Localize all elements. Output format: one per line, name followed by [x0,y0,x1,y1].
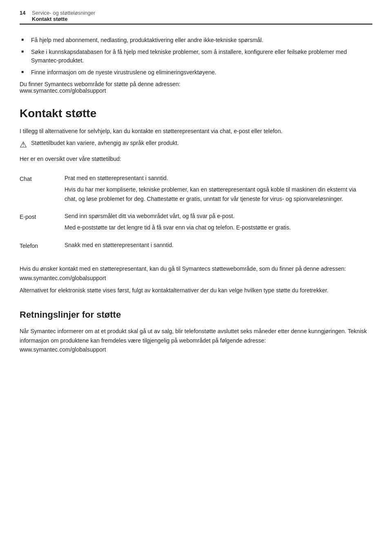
page-number: 14 [20,10,32,16]
chat-desc: Prat med en støtterepresentant i sanntid… [65,171,372,209]
note-text: Støttetilbudet kan variere, avhengig av … [31,139,179,147]
contact-url: www.symantec.com/globalsupport [20,275,106,281]
epost-desc2: Med e-poststøtte tar det lengre tid å få… [65,223,368,232]
header-titles: Service- og støtteløsninger Kontakt støt… [32,10,95,22]
bullet-item-3: Finne informasjon om de nyeste virustrus… [20,68,372,77]
table-row-chat: Chat Prat med en støtterepresentant i sa… [20,171,372,209]
guidelines-paragraph1: Når Symantec informerer om at et produkt… [20,327,372,354]
epost-desc: Send inn spørsmålet ditt via webområdet … [65,209,372,238]
contact-text-label: Hvis du ønsker kontakt med en støtterepr… [20,265,346,272]
overview-label: Her er en oversikt over våre støttetilbu… [20,154,372,163]
contact-paragraph1: Hvis du ønsker kontakt med en støtterepr… [20,264,372,283]
contact-paragraph2: Alternativet for elektronisk støtte vise… [20,286,372,295]
warning-icon: ⚠ [20,139,27,150]
bullet-item-1: Få hjelp med abonnement, nedlasting, pro… [20,36,372,45]
table-row-epost: E-post Send inn spørsmålet ditt via webo… [20,209,372,238]
telefon-label: Telefon [20,238,65,256]
website-label: Du finner Symantecs webområde for støtte… [20,81,180,87]
intro-bullet-list: Få hjelp med abonnement, nedlasting, pro… [20,36,372,77]
kontakt-intro: I tillegg til alternativene for selvhjel… [20,127,372,136]
bullet-item-2: Søke i kunnskapsdatabasen for å få hjelp… [20,48,372,65]
guidelines-section: Retningslinjer for støtte Når Symantec i… [20,310,372,354]
header-section: Kontakt støtte [32,16,95,22]
table-row-telefon: Telefon Snakk med en støtterepresentant … [20,238,372,256]
telefon-desc: Snakk med en støtterepresentant i sannti… [65,238,372,256]
website-text: Du finner Symantecs webområde for støtte… [20,81,372,94]
support-table: Chat Prat med en støtterepresentant i sa… [20,171,372,256]
epost-desc1: Send inn spørsmålet ditt via webområdet … [65,212,368,220]
chat-label: Chat [20,171,65,209]
note-row: ⚠ Støttetilbudet kan variere, avhengig a… [20,139,372,150]
header-bar: 14 Service- og støtteløsninger Kontakt s… [20,10,372,24]
guidelines-text: Når Symantec informerer om at et produkt… [20,328,367,343]
telefon-desc1: Snakk med en støtterepresentant i sannti… [65,241,368,249]
website-url: www.symantec.com/globalsupport [20,87,106,94]
guidelines-heading: Retningslinjer for støtte [20,310,372,320]
chat-desc1: Prat med en støtterepresentant i sanntid… [65,174,368,183]
header-chapter: Service- og støtteløsninger [32,10,95,16]
guidelines-url: www.symantec.com/globalsupport [20,346,106,353]
chat-desc2: Hvis du har mer kompliserte, tekniske pr… [65,185,368,203]
kontakt-heading: Kontakt støtte [20,107,372,120]
epost-label: E-post [20,209,65,238]
page-container: 14 Service- og støtteløsninger Kontakt s… [0,0,392,379]
